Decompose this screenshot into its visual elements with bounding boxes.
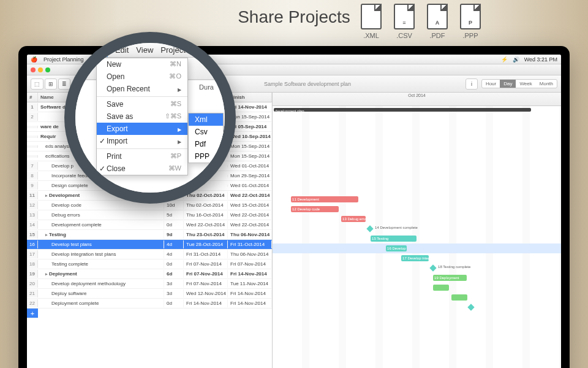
format-ppp: P.PPP (460, 4, 481, 39)
export-submenu: XmlCsvPdfPPP (188, 113, 224, 163)
gantt-bar[interactable] (451, 294, 467, 301)
table-row[interactable]: 15Testing9dThu 23-Oct-2014Thu 06-Nov-201… (27, 230, 272, 240)
menu-view[interactable]: View (136, 45, 153, 55)
mag-column-header: Dura (188, 80, 225, 91)
volume-icon[interactable]: 🔊 (513, 56, 519, 63)
timeline-month: Oct 2014 (408, 93, 425, 98)
page-title: Share Projects (0, 0, 588, 27)
toolbar-button[interactable]: ⬚ (31, 79, 43, 90)
menu-item-import[interactable]: Import (97, 135, 187, 147)
clock: Wed 3:21 PM (524, 56, 557, 63)
gantt-bar[interactable]: 17 Develop integration test plan (401, 255, 429, 261)
view-mode-week[interactable]: Week (516, 80, 535, 88)
format-csv: ≡.CSV (394, 4, 415, 39)
toolbar-button[interactable]: ≣ (58, 79, 70, 90)
info-button[interactable]: i (466, 79, 478, 90)
menu-item-new[interactable]: New⌘N (97, 58, 187, 71)
submenu-item-pdf[interactable]: Pdf (189, 138, 223, 150)
menu-edit[interactable]: Edit (115, 45, 129, 55)
app-name[interactable]: Project Planning (43, 56, 84, 63)
submenu-item-ppp[interactable]: PPP (189, 150, 223, 163)
mag-menubar: FileEditViewProjectLangua (75, 43, 225, 58)
format-xml: .XML (361, 4, 382, 39)
gantt-bar[interactable] (433, 285, 449, 291)
menu-item-open[interactable]: Open⌘O (97, 71, 187, 83)
table-row[interactable]: 16Develop test plans4dTue 28-Oct-2014Fri… (27, 240, 272, 250)
file-menu: New⌘NOpen⌘OOpen RecentSave⌘SSave as⇧⌘SEx… (96, 58, 188, 175)
menu-item-save-as[interactable]: Save as⇧⌘S (97, 110, 187, 123)
gantt-area[interactable]: development plan11 Development12 Develop… (273, 106, 561, 368)
gantt-bar[interactable]: 13 Debug errors (341, 216, 366, 222)
table-row[interactable]: 22Deployment complete0dFri 14-Nov-2014Fr… (27, 299, 272, 309)
add-row-button[interactable]: + (27, 309, 38, 318)
table-row[interactable]: 21Deploy software3dWed 12-Nov-2014Fri 14… (27, 289, 272, 299)
submenu-item-csv[interactable]: Csv (189, 126, 223, 138)
close-icon[interactable] (31, 67, 36, 72)
table-row[interactable]: 18Testing complete0dFri 07-Nov-2014Fri 0… (27, 259, 272, 269)
gantt-bar[interactable]: 16 Develop test plans (386, 245, 407, 251)
view-mode-hour[interactable]: Hour (482, 80, 500, 88)
table-row[interactable]: 20Develop deployment methodology3dFri 07… (27, 279, 272, 289)
gantt-bar[interactable]: 12 Develop code (291, 206, 339, 212)
menu-item-close[interactable]: Close⌘W (97, 163, 187, 175)
wifi-icon[interactable]: ⚡ (501, 56, 508, 63)
format-icons-row: .XML≡.CSVA.PDFP.PPP (361, 4, 481, 39)
gantt-bar[interactable]: development plan (274, 108, 531, 112)
view-mode-toggle[interactable]: HourDayWeekMonth (481, 79, 557, 88)
submenu-item-xml[interactable]: Xml (189, 113, 223, 126)
zoom-icon[interactable] (45, 67, 50, 72)
menu-item-export[interactable]: Export (97, 123, 187, 135)
menu-item-save[interactable]: Save⌘S (97, 98, 187, 110)
minimize-icon[interactable] (38, 67, 43, 72)
gantt-bar[interactable]: 15 Testing (371, 236, 417, 242)
view-mode-day[interactable]: Day (500, 80, 516, 88)
menu-item-print[interactable]: Print⌘P (97, 150, 187, 163)
toolbar-button[interactable]: ⊞ (45, 79, 57, 90)
apple-icon[interactable]: 🍎 (31, 56, 37, 63)
menu-item-open-recent[interactable]: Open Recent (97, 83, 187, 95)
col-finish[interactable]: Finish (228, 93, 272, 102)
menu-project[interactable]: Project (160, 45, 185, 55)
gantt-chart: Oct 2014 development plan11 Development1… (273, 93, 561, 368)
magnifier-lens: FileEditViewProjectLangua Dura New⌘NOpen… (64, 32, 236, 204)
gantt-bar[interactable]: 11 Development (291, 196, 358, 202)
col-number[interactable]: # (27, 93, 38, 102)
gantt-bar[interactable]: 19 Deployment (433, 275, 467, 281)
table-row[interactable]: 14Development complete0dWed 22-Oct-2014W… (27, 220, 272, 230)
format-pdf: A.PDF (427, 4, 448, 39)
table-row[interactable]: 13Debug errors5dThu 16-Oct-2014Wed 22-Oc… (27, 210, 272, 220)
timeline-header: Oct 2014 (273, 93, 561, 106)
view-mode-month[interactable]: Month (536, 80, 557, 88)
table-row[interactable]: 17Develop integration test plans4dFri 31… (27, 250, 272, 259)
table-row[interactable]: 19Deployment6dFri 07-Nov-2014Fri 14-Nov-… (27, 269, 272, 279)
